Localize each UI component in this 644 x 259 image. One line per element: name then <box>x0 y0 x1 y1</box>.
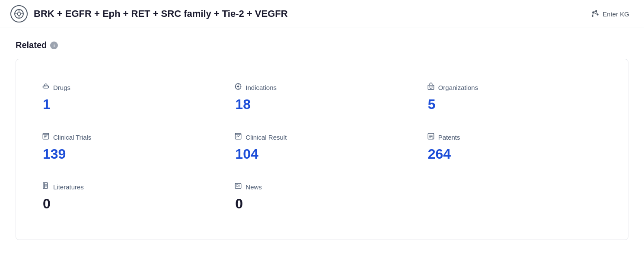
stat-item-organizations[interactable]: Organizations 5 <box>418 75 611 125</box>
svg-line-25 <box>236 88 237 89</box>
stat-header-drugs: Drugs <box>42 83 217 92</box>
stat-label-patents: Patents <box>438 134 460 141</box>
stat-item-news[interactable]: News 0 <box>226 174 418 224</box>
stat-label-drugs: Drugs <box>53 84 70 91</box>
svg-rect-30 <box>43 133 49 139</box>
page-title: BRK + EGFR + Eph + RET + SRC family + Ti… <box>34 8 288 19</box>
svg-rect-27 <box>429 86 430 87</box>
svg-point-17 <box>237 86 239 88</box>
patents-icon <box>427 132 435 142</box>
organizations-icon <box>427 83 435 92</box>
stats-grid: Drugs 1 <box>33 75 611 224</box>
stat-label-clinical-result: Clinical Result <box>245 134 287 141</box>
stat-header-clinical-trials: Clinical Trials <box>42 132 217 142</box>
kg-icon <box>590 10 599 18</box>
stat-item-indications[interactable]: Indications 18 <box>226 75 418 125</box>
related-card: Drugs 1 <box>16 59 628 240</box>
stat-label-literatures: Literatures <box>53 183 84 191</box>
stat-item-drugs[interactable]: Drugs 1 <box>33 75 226 125</box>
clinical-trials-icon <box>42 132 50 142</box>
stat-value-clinical-result: 104 <box>234 146 409 162</box>
stat-value-clinical-trials: 139 <box>42 146 217 162</box>
svg-rect-29 <box>430 88 431 90</box>
stat-label-news: News <box>245 183 262 191</box>
header-left: BRK + EGFR + Eph + RET + SRC family + Ti… <box>10 5 288 22</box>
stat-value-patents: 264 <box>427 146 602 162</box>
related-label: Related <box>16 40 47 50</box>
stat-header-clinical-result: Clinical Result <box>234 132 409 142</box>
svg-line-22 <box>236 84 237 85</box>
stat-label-organizations: Organizations <box>438 84 478 91</box>
svg-rect-28 <box>431 86 432 87</box>
svg-line-23 <box>239 88 240 89</box>
news-icon <box>234 182 242 192</box>
stat-item-literatures[interactable]: Literatures 0 <box>33 174 226 224</box>
stat-item-clinical-result[interactable]: Clinical Result 104 <box>226 125 418 174</box>
stat-item-patents[interactable]: Patents 264 <box>418 125 611 174</box>
stat-header-organizations: Organizations <box>427 83 602 92</box>
pill-icon <box>42 83 50 92</box>
stat-value-news: 0 <box>234 196 409 212</box>
svg-rect-40 <box>44 183 45 188</box>
main-content: Related i Drugs 1 <box>0 28 644 252</box>
stat-value-indications: 18 <box>234 96 409 112</box>
header: BRK + EGFR + Eph + RET + SRC family + Ti… <box>0 0 644 28</box>
stat-header-news: News <box>234 182 409 192</box>
stat-label-clinical-trials: Clinical Trials <box>53 134 91 141</box>
stat-value-literatures: 0 <box>42 196 217 212</box>
svg-point-1 <box>17 12 21 16</box>
clinical-result-icon <box>234 132 242 142</box>
stat-header-literatures: Literatures <box>42 182 217 192</box>
svg-rect-45 <box>236 185 239 186</box>
related-section-header: Related i <box>16 40 628 50</box>
stat-header-indications: Indications <box>234 83 409 92</box>
stat-label-indications: Indications <box>245 84 277 91</box>
stat-item-clinical-trials[interactable]: Clinical Trials 139 <box>33 125 226 174</box>
enter-kg-button[interactable]: Enter KG <box>586 7 634 21</box>
stat-header-patents: Patents <box>427 132 602 142</box>
stat-item-empty <box>418 174 611 224</box>
literatures-icon <box>42 182 50 192</box>
stat-value-organizations: 5 <box>427 96 602 112</box>
info-icon[interactable]: i <box>50 42 58 49</box>
svg-line-24 <box>239 84 240 85</box>
svg-rect-39 <box>43 183 48 189</box>
stat-value-drugs: 1 <box>42 96 217 112</box>
indications-icon <box>234 83 242 92</box>
logo-icon <box>10 5 28 22</box>
